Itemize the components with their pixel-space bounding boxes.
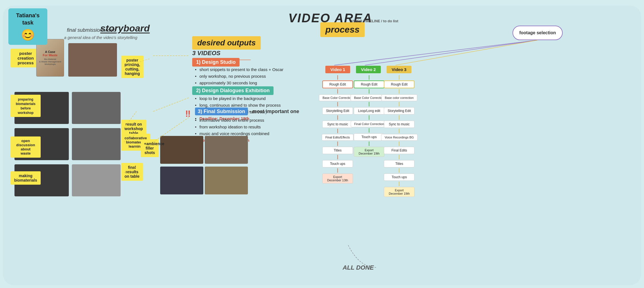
video-thumb-2 <box>205 136 248 164</box>
flow-v1-touchups: Touch ups <box>322 160 353 167</box>
flow-v3-story: Storytelling Edit <box>384 107 414 114</box>
video-timeline-label: VIDEO TIMELINE / to do list <box>351 19 398 23</box>
process-title: process <box>320 22 365 37</box>
flow-v2-rough: Rough Edit <box>354 80 384 88</box>
design-dialogues-box: 2) Design Dialogues Exhibition <box>192 86 274 95</box>
tatiana-note: Tatiana's task 😊 <box>8 8 47 45</box>
flow-v1-export: ExportDecember 13th <box>322 174 353 184</box>
video-2-box: Video 2 <box>356 66 381 73</box>
video-1-box: Video 1 <box>325 66 350 73</box>
photo-preparing-3 <box>72 92 121 124</box>
flow-v3-titles: Titles <box>384 160 414 167</box>
photo-storyboard-1 <box>68 43 117 77</box>
preparing-label: preparing biomaterials before workshop <box>11 95 41 117</box>
flow-v3-final: Final Edits <box>384 147 414 154</box>
photo-discussion-2 <box>72 128 121 160</box>
desired-outputs-label: desired outputs <box>192 36 261 50</box>
open-discussion-label: open discussion about waste <box>11 136 41 158</box>
flow-v1-titles: Titles <box>322 147 353 154</box>
exclaim-marks: ‼ <box>185 109 191 119</box>
flow-v2-touch: Touch ups <box>354 133 384 141</box>
flow-v3-touch: Touch ups <box>384 174 414 181</box>
flow-v2-loop: Loop/Long edit <box>354 107 384 114</box>
flow-v3-voice: Voice Recordings BG <box>381 134 418 141</box>
final-submission-line: 3) Final Submission - most important one <box>195 109 299 114</box>
flow-v3-rough: Rough Edit <box>384 80 414 88</box>
storyboard-subtitle: a general idea of the video's storytelli… <box>64 35 137 40</box>
flow-v1-effects: Final Edits/Effects <box>322 134 353 141</box>
final-submission-box: 3) Final Submission <box>195 108 248 115</box>
flow-v1-rough: Rough Edit <box>322 80 353 88</box>
storyboard-title: storyboard <box>100 23 150 34</box>
flow-v3-sync: Sync to music <box>384 121 414 128</box>
final-results-label: final results on table <box>121 163 143 181</box>
video-thumb-4 <box>205 167 248 194</box>
video-thumb-3 <box>160 167 203 194</box>
tatiana-label: Tatiana's task <box>16 12 40 26</box>
flow-column-3: Rough Edit Base color correction Storyte… <box>381 75 418 198</box>
flow-v1-sync: Sync to music <box>322 121 353 128</box>
video-3-box: Video 3 <box>387 66 411 73</box>
making-label: making biomaterials <box>11 171 41 185</box>
flow-v3-export: ExportDecember 19th <box>384 187 414 197</box>
final-submission-suffix: - most important one <box>249 109 299 114</box>
footage-selection-oval: footage selection <box>513 26 563 40</box>
flow-v1-story: Storytelling Edit <box>322 107 353 114</box>
flow-v2-export: ExportDecember 19th <box>354 147 384 157</box>
design-studio-box: 1) Design Studio <box>192 58 240 67</box>
tatiana-face: 😊 <box>12 28 44 42</box>
three-videos-label: 3 VIDEOS <box>192 50 220 57</box>
photo-biomaterials-2 <box>72 164 121 196</box>
video-thumb-1 <box>160 136 203 164</box>
ambience-label: +ambience filler shots <box>141 139 159 157</box>
all-done-label: ALL DONE <box>343 264 374 271</box>
poster-printing-label: poster printing, cutting, hanging <box>121 56 143 78</box>
flow-v3-color: Base color correction <box>381 94 417 101</box>
